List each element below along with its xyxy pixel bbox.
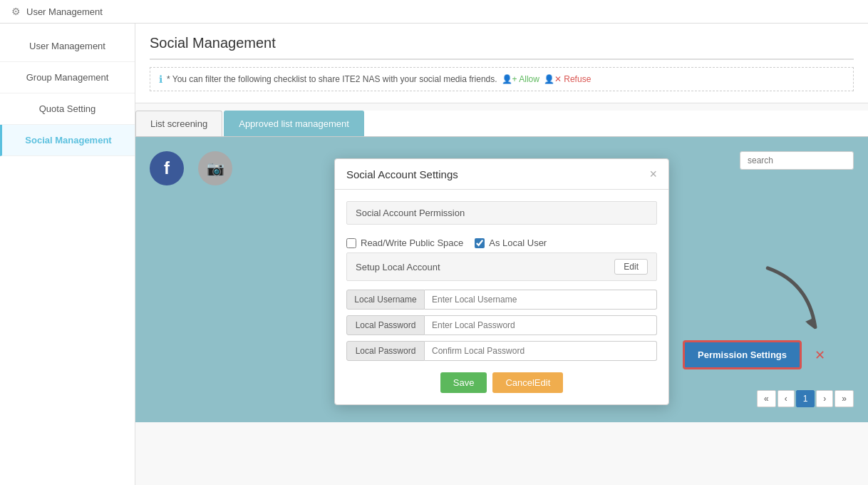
tab-list-screening[interactable]: List screening — [135, 111, 222, 136]
info-banner: ℹ * You can filter the following checkli… — [150, 67, 854, 91]
allow-badge: 👤+ Allow — [502, 74, 539, 84]
confirm-password-label: Local Password — [346, 341, 425, 361]
sidebar-item-quota-setting[interactable]: Quota Setting — [0, 93, 135, 125]
tab-approved-list[interactable]: Approved list management — [224, 111, 364, 136]
info-text: * You can filter the following checklist… — [167, 74, 497, 84]
password-input[interactable] — [425, 315, 657, 335]
content-area: Social Management ℹ * You can filter the… — [135, 24, 868, 485]
app-wrapper: ⚙ User Management User Management Group … — [0, 0, 868, 485]
sidebar-item-group-management[interactable]: Group Management — [0, 62, 135, 93]
info-icon: ℹ — [159, 73, 162, 85]
action-buttons-row: Save CancelEdit — [346, 372, 657, 393]
save-button[interactable]: Save — [440, 372, 487, 393]
confirm-password-input[interactable] — [425, 341, 657, 361]
checkbox-local-user[interactable]: As Local User — [475, 238, 547, 248]
modal-header: Social Account Settings × — [335, 159, 668, 190]
sidebar-item-user-management[interactable]: User Management — [0, 31, 135, 62]
modal-body: Social Account Permission Read/Write Pub… — [335, 190, 668, 404]
modal-overlay: Social Account Settings × Social Account… — [135, 137, 868, 422]
local-account-section-header: Setup Local Account Edit — [346, 252, 657, 281]
local-account-label: Setup Local Account — [356, 262, 440, 272]
content-header: Social Management ℹ * You can filter the… — [135, 24, 868, 103]
gear-icon: ⚙ — [11, 6, 21, 17]
close-button[interactable]: × — [649, 168, 657, 180]
permission-section-header: Social Account Permission — [346, 201, 657, 225]
public-space-label: Read/Write Public Space — [361, 238, 463, 248]
main-layout: User Management Group Management Quota S… — [0, 24, 868, 485]
top-bar-title: User Management — [26, 6, 103, 17]
local-user-checkbox[interactable] — [475, 238, 485, 248]
username-input[interactable] — [425, 290, 657, 310]
confirm-password-field-row: Local Password — [346, 341, 657, 361]
refuse-badge: 👤✕ Refuse — [544, 74, 591, 84]
content-body: f 📷 Permission Settings ✕ « ‹ 1 › » — [135, 137, 868, 422]
username-label: Local Username — [346, 290, 425, 310]
tab-bar: List screening Approved list management — [135, 111, 868, 137]
modal-dialog: Social Account Settings × Social Account… — [334, 158, 669, 405]
modal-title: Social Account Settings — [346, 168, 458, 180]
page-title: Social Management — [150, 35, 854, 60]
public-space-checkbox[interactable] — [346, 238, 356, 248]
username-field-row: Local Username — [346, 290, 657, 310]
sidebar-item-social-management[interactable]: Social Management — [0, 125, 135, 156]
checkbox-public-space[interactable]: Read/Write Public Space — [346, 238, 463, 248]
local-user-label: As Local User — [489, 238, 547, 248]
password-label: Local Password — [346, 315, 425, 335]
checkbox-row: Read/Write Public Space As Local User — [346, 233, 657, 252]
edit-button[interactable]: Edit — [614, 259, 648, 275]
password-field-row: Local Password — [346, 315, 657, 335]
top-bar: ⚙ User Management — [0, 0, 868, 24]
sidebar: User Management Group Management Quota S… — [0, 24, 135, 485]
cancel-edit-button[interactable]: CancelEdit — [492, 372, 563, 393]
